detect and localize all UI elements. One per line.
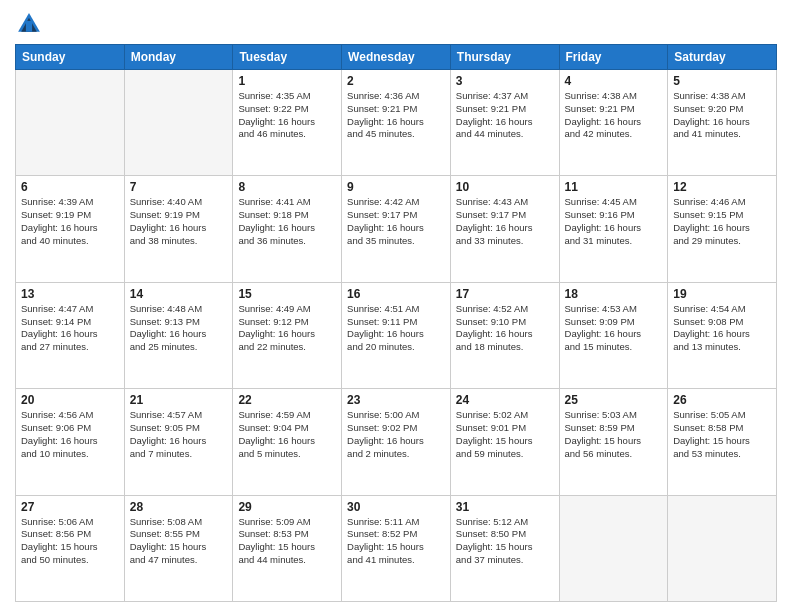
calendar-cell: 16Sunrise: 4:51 AM Sunset: 9:11 PM Dayli… (342, 282, 451, 388)
day-number: 19 (673, 287, 771, 301)
day-info: Sunrise: 4:38 AM Sunset: 9:20 PM Dayligh… (673, 90, 771, 141)
calendar-cell: 30Sunrise: 5:11 AM Sunset: 8:52 PM Dayli… (342, 495, 451, 601)
header-cell-thursday: Thursday (450, 45, 559, 70)
calendar-cell (16, 70, 125, 176)
calendar-cell: 23Sunrise: 5:00 AM Sunset: 9:02 PM Dayli… (342, 389, 451, 495)
calendar-cell (668, 495, 777, 601)
header-cell-tuesday: Tuesday (233, 45, 342, 70)
day-number: 14 (130, 287, 228, 301)
day-info: Sunrise: 4:47 AM Sunset: 9:14 PM Dayligh… (21, 303, 119, 354)
calendar-cell: 19Sunrise: 4:54 AM Sunset: 9:08 PM Dayli… (668, 282, 777, 388)
week-row-5: 27Sunrise: 5:06 AM Sunset: 8:56 PM Dayli… (16, 495, 777, 601)
week-row-2: 6Sunrise: 4:39 AM Sunset: 9:19 PM Daylig… (16, 176, 777, 282)
day-number: 6 (21, 180, 119, 194)
day-info: Sunrise: 4:49 AM Sunset: 9:12 PM Dayligh… (238, 303, 336, 354)
day-number: 23 (347, 393, 445, 407)
day-info: Sunrise: 4:39 AM Sunset: 9:19 PM Dayligh… (21, 196, 119, 247)
calendar-cell: 11Sunrise: 4:45 AM Sunset: 9:16 PM Dayli… (559, 176, 668, 282)
day-number: 15 (238, 287, 336, 301)
calendar-cell: 24Sunrise: 5:02 AM Sunset: 9:01 PM Dayli… (450, 389, 559, 495)
day-info: Sunrise: 4:48 AM Sunset: 9:13 PM Dayligh… (130, 303, 228, 354)
calendar-cell: 29Sunrise: 5:09 AM Sunset: 8:53 PM Dayli… (233, 495, 342, 601)
header-cell-sunday: Sunday (16, 45, 125, 70)
calendar-cell: 17Sunrise: 4:52 AM Sunset: 9:10 PM Dayli… (450, 282, 559, 388)
calendar-cell: 10Sunrise: 4:43 AM Sunset: 9:17 PM Dayli… (450, 176, 559, 282)
calendar-cell: 12Sunrise: 4:46 AM Sunset: 9:15 PM Dayli… (668, 176, 777, 282)
day-number: 11 (565, 180, 663, 194)
day-info: Sunrise: 5:05 AM Sunset: 8:58 PM Dayligh… (673, 409, 771, 460)
calendar-cell: 4Sunrise: 4:38 AM Sunset: 9:21 PM Daylig… (559, 70, 668, 176)
calendar-cell: 31Sunrise: 5:12 AM Sunset: 8:50 PM Dayli… (450, 495, 559, 601)
day-number: 21 (130, 393, 228, 407)
day-info: Sunrise: 4:40 AM Sunset: 9:19 PM Dayligh… (130, 196, 228, 247)
day-number: 4 (565, 74, 663, 88)
day-info: Sunrise: 4:45 AM Sunset: 9:16 PM Dayligh… (565, 196, 663, 247)
day-info: Sunrise: 4:46 AM Sunset: 9:15 PM Dayligh… (673, 196, 771, 247)
day-info: Sunrise: 4:43 AM Sunset: 9:17 PM Dayligh… (456, 196, 554, 247)
day-info: Sunrise: 5:12 AM Sunset: 8:50 PM Dayligh… (456, 516, 554, 567)
day-info: Sunrise: 4:56 AM Sunset: 9:06 PM Dayligh… (21, 409, 119, 460)
day-info: Sunrise: 5:06 AM Sunset: 8:56 PM Dayligh… (21, 516, 119, 567)
header (15, 10, 777, 38)
header-cell-monday: Monday (124, 45, 233, 70)
day-info: Sunrise: 5:00 AM Sunset: 9:02 PM Dayligh… (347, 409, 445, 460)
day-number: 29 (238, 500, 336, 514)
day-number: 13 (21, 287, 119, 301)
day-number: 2 (347, 74, 445, 88)
calendar-cell: 1Sunrise: 4:35 AM Sunset: 9:22 PM Daylig… (233, 70, 342, 176)
day-info: Sunrise: 4:59 AM Sunset: 9:04 PM Dayligh… (238, 409, 336, 460)
logo-icon (15, 10, 43, 38)
day-number: 8 (238, 180, 336, 194)
calendar-body: 1Sunrise: 4:35 AM Sunset: 9:22 PM Daylig… (16, 70, 777, 602)
calendar-cell: 7Sunrise: 4:40 AM Sunset: 9:19 PM Daylig… (124, 176, 233, 282)
day-info: Sunrise: 5:08 AM Sunset: 8:55 PM Dayligh… (130, 516, 228, 567)
day-info: Sunrise: 5:03 AM Sunset: 8:59 PM Dayligh… (565, 409, 663, 460)
calendar-cell: 2Sunrise: 4:36 AM Sunset: 9:21 PM Daylig… (342, 70, 451, 176)
day-number: 27 (21, 500, 119, 514)
calendar-cell: 28Sunrise: 5:08 AM Sunset: 8:55 PM Dayli… (124, 495, 233, 601)
day-info: Sunrise: 4:42 AM Sunset: 9:17 PM Dayligh… (347, 196, 445, 247)
day-number: 20 (21, 393, 119, 407)
day-info: Sunrise: 4:57 AM Sunset: 9:05 PM Dayligh… (130, 409, 228, 460)
day-number: 10 (456, 180, 554, 194)
calendar-cell: 5Sunrise: 4:38 AM Sunset: 9:20 PM Daylig… (668, 70, 777, 176)
week-row-4: 20Sunrise: 4:56 AM Sunset: 9:06 PM Dayli… (16, 389, 777, 495)
header-cell-saturday: Saturday (668, 45, 777, 70)
day-number: 28 (130, 500, 228, 514)
header-cell-wednesday: Wednesday (342, 45, 451, 70)
calendar-cell: 13Sunrise: 4:47 AM Sunset: 9:14 PM Dayli… (16, 282, 125, 388)
calendar-cell (124, 70, 233, 176)
calendar-cell: 26Sunrise: 5:05 AM Sunset: 8:58 PM Dayli… (668, 389, 777, 495)
day-info: Sunrise: 4:35 AM Sunset: 9:22 PM Dayligh… (238, 90, 336, 141)
calendar-cell: 21Sunrise: 4:57 AM Sunset: 9:05 PM Dayli… (124, 389, 233, 495)
day-number: 17 (456, 287, 554, 301)
week-row-1: 1Sunrise: 4:35 AM Sunset: 9:22 PM Daylig… (16, 70, 777, 176)
day-info: Sunrise: 4:37 AM Sunset: 9:21 PM Dayligh… (456, 90, 554, 141)
day-info: Sunrise: 4:41 AM Sunset: 9:18 PM Dayligh… (238, 196, 336, 247)
calendar-cell: 25Sunrise: 5:03 AM Sunset: 8:59 PM Dayli… (559, 389, 668, 495)
page: SundayMondayTuesdayWednesdayThursdayFrid… (0, 0, 792, 612)
day-number: 30 (347, 500, 445, 514)
header-row: SundayMondayTuesdayWednesdayThursdayFrid… (16, 45, 777, 70)
day-info: Sunrise: 4:54 AM Sunset: 9:08 PM Dayligh… (673, 303, 771, 354)
day-number: 1 (238, 74, 336, 88)
day-number: 31 (456, 500, 554, 514)
calendar-cell: 6Sunrise: 4:39 AM Sunset: 9:19 PM Daylig… (16, 176, 125, 282)
day-info: Sunrise: 4:38 AM Sunset: 9:21 PM Dayligh… (565, 90, 663, 141)
day-info: Sunrise: 4:51 AM Sunset: 9:11 PM Dayligh… (347, 303, 445, 354)
calendar-header: SundayMondayTuesdayWednesdayThursdayFrid… (16, 45, 777, 70)
day-number: 25 (565, 393, 663, 407)
day-number: 22 (238, 393, 336, 407)
day-number: 9 (347, 180, 445, 194)
day-number: 5 (673, 74, 771, 88)
day-info: Sunrise: 4:36 AM Sunset: 9:21 PM Dayligh… (347, 90, 445, 141)
calendar-cell: 20Sunrise: 4:56 AM Sunset: 9:06 PM Dayli… (16, 389, 125, 495)
calendar-table: SundayMondayTuesdayWednesdayThursdayFrid… (15, 44, 777, 602)
calendar-cell: 27Sunrise: 5:06 AM Sunset: 8:56 PM Dayli… (16, 495, 125, 601)
day-number: 12 (673, 180, 771, 194)
day-number: 18 (565, 287, 663, 301)
calendar-cell: 8Sunrise: 4:41 AM Sunset: 9:18 PM Daylig… (233, 176, 342, 282)
week-row-3: 13Sunrise: 4:47 AM Sunset: 9:14 PM Dayli… (16, 282, 777, 388)
svg-rect-2 (26, 21, 32, 32)
day-info: Sunrise: 5:02 AM Sunset: 9:01 PM Dayligh… (456, 409, 554, 460)
